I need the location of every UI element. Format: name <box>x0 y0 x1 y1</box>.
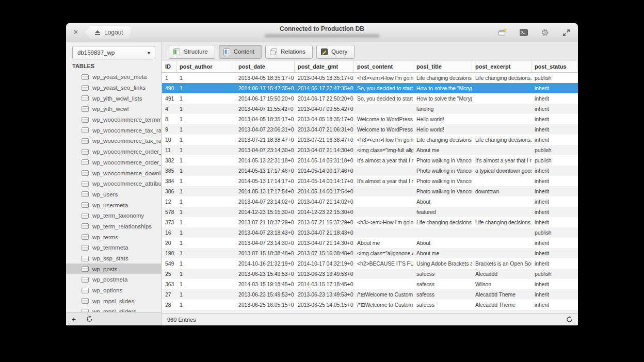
reload-tables-button[interactable] <box>82 312 97 325</box>
cell-post_content <box>354 207 413 217</box>
close-window-button[interactable]: × <box>71 27 81 37</box>
table-row[interactable]: 2012013-04-07 23:14:30+02013-04-07 21:14… <box>162 238 578 248</box>
sidebar-item-wp_woocommerce_order_items[interactable]: wp_woocommerce_order_items <box>66 146 161 157</box>
sidebar-item-wp_usermeta[interactable]: wp_usermeta <box>66 200 161 210</box>
cell-post_content: <h3><em>How I'm going <box>354 73 413 83</box>
settings-gear-icon[interactable] <box>540 28 550 37</box>
sidebar-item-wp_woocommerce_order_itemm...[interactable]: wp_woocommerce_order_itemm... <box>66 157 161 168</box>
cell-post_date_gmt: 2014-05-14 00:17:54+0 <box>295 186 354 196</box>
sidebar-item-wp_yith_wcwl[interactable]: wp_yith_wcwl <box>66 104 161 114</box>
cell-post_date_gmt: 2014-06-17 22:47:35+0 <box>295 83 354 93</box>
table-row[interactable]: 38412014-05-13 17:14:17+02014-05-14 00:1… <box>162 176 578 186</box>
table-row[interactable]: 49012014-06-17 15:47:35+02014-06-17 22:4… <box>162 83 578 93</box>
table-row[interactable]: 54912014-10-16 21:32:19+02014-10-17 04:3… <box>162 258 578 269</box>
tab-label: Structure <box>184 48 208 55</box>
column-header-ID[interactable]: ID <box>162 61 176 72</box>
tab-query[interactable]: Query <box>316 45 355 59</box>
cell-post_excerpt <box>472 114 532 124</box>
table-row[interactable]: 38612014-05-13 17:17:54+02014-05-14 00:1… <box>162 186 578 196</box>
cell-post_date: 2013-04-07 23:06:31+0 <box>235 124 295 135</box>
cell-post_date: 2014-10-16 21:32:19+0 <box>235 258 295 269</box>
sidebar-item-wp_users[interactable]: wp_users <box>66 189 161 200</box>
table-row[interactable]: 2812013-06-25 16:05:15+02013-06-25 14:05… <box>162 300 578 310</box>
sidebar-item-wp_term_taxonomy[interactable]: wp_term_taxonomy <box>66 210 161 221</box>
table-row[interactable]: 37312013-07-21 18:37:29+02013-07-21 16:3… <box>162 217 578 227</box>
cell-post_content: <img class="img-full align <box>354 145 413 155</box>
table-row[interactable]: 112013-04-05 18:35:17+02013-04-05 18:35:… <box>162 73 578 83</box>
table-row[interactable]: 1012013-07-21 18:38:47+02013-07-21 16:38… <box>162 135 578 145</box>
column-header-post_status[interactable]: post_status <box>532 61 578 72</box>
sidebar-item-wp_woocommerce_termmeta[interactable]: wp_woocommerce_termmeta <box>66 114 161 125</box>
table-row[interactable]: 812013-04-05 18:35:17+02013-04-05 18:35:… <box>162 114 578 124</box>
cell-post_date_gmt: 2013-04-07 21:14:30+0 <box>295 238 354 248</box>
sidebar-item-wp_yith_wcwl_lists[interactable]: wp_yith_wcwl_lists <box>66 93 161 104</box>
sidebar-item-wp_term_relationships[interactable]: wp_term_relationships <box>66 221 161 232</box>
sidebar-item-wp_woocommerce_attribute_tax...[interactable]: wp_woocommerce_attribute_tax... <box>66 178 161 189</box>
column-header-post_date_gmt[interactable]: post_date_gmt <box>295 61 354 72</box>
fullscreen-icon[interactable] <box>561 28 571 37</box>
cell-post_excerpt: Alecaddd <box>472 269 532 279</box>
column-header-post_excerpt[interactable]: post_excerpt <box>472 61 532 72</box>
add-table-button[interactable]: + <box>66 312 82 325</box>
column-header-post_date[interactable]: post_date <box>235 61 295 72</box>
cell-post_author: 1 <box>176 196 235 207</box>
cell-post_excerpt: Life changing decisions. H <box>472 135 532 145</box>
tables-section-label: TABLES <box>72 63 94 69</box>
sidebar-item-wp_mpsl_slides[interactable]: wp_mpsl_slides <box>66 295 161 306</box>
sidebar-item-wp_woocommerce_tax_rate_loca...[interactable]: wp_woocommerce_tax_rate_loca... <box>66 125 161 136</box>
database-selector[interactable]: db159837_wp ▾ <box>72 46 155 59</box>
sidebar-item-wp_termmeta[interactable]: wp_termmeta <box>66 242 161 253</box>
sidebar-item-wp_terms[interactable]: wp_terms <box>66 232 161 242</box>
table-name-label: wp_posts <box>92 266 118 272</box>
table-row[interactable]: 1612013-04-07 23:18:43+02013-04-07 21:18… <box>162 227 578 238</box>
cell-post_title: About me <box>413 248 472 258</box>
table-row[interactable]: 912013-04-07 23:06:31+02013-04-07 21:06:… <box>162 124 578 135</box>
table-row[interactable]: 412013-04-07 11:55:42+02013-04-07 09:55:… <box>162 104 578 114</box>
table-row[interactable]: 1212013-04-07 23:14:02+02013-04-07 21:14… <box>162 196 578 207</box>
cell-post_date: 2014-05-13 17:17:46+0 <box>235 166 295 176</box>
sidebar-item-wp_options[interactable]: wp_options <box>66 285 161 296</box>
column-header-post_title[interactable]: post_title <box>413 61 472 72</box>
table-row[interactable]: 1112013-04-07 23:14:30+02013-04-07 21:14… <box>162 145 578 155</box>
table-row[interactable]: 57812014-12-23 15:15:30+02014-12-23 22:1… <box>162 207 578 217</box>
table-row[interactable]: 19012013-07-15 18:38:48+02013-07-15 16:3… <box>162 248 578 258</box>
column-header-post_content[interactable]: post_content <box>354 61 413 72</box>
cell-post_author: 1 <box>176 124 235 135</box>
database-name: db159837_wp <box>77 50 115 56</box>
table-name-label: wp_options <box>92 287 122 293</box>
sidebar-item-wp_posts[interactable]: wp_posts <box>66 264 161 274</box>
table-row[interactable]: 2512013-06-23 15:49:53+02013-06-23 13:49… <box>162 269 578 279</box>
sidebar-item-wp_ssp_stats[interactable]: wp_ssp_stats <box>66 253 161 264</box>
cell-ID: 382 <box>162 155 176 166</box>
terminal-icon[interactable] <box>519 28 528 37</box>
tab-relations[interactable]: Relations <box>265 45 313 59</box>
cell-post_title: Life changing decisions <box>413 135 472 145</box>
cell-ID: 578 <box>162 207 176 217</box>
logout-label: Logout <box>104 29 123 36</box>
cell-post_status: inherit <box>532 238 578 248</box>
cell-ID: 20 <box>162 238 176 248</box>
sidebar-item-wp_woocommerce_tax_rates[interactable]: wp_woocommerce_tax_rates <box>66 136 161 146</box>
sidebar-item-wp_yoast_seo_links[interactable]: wp_yoast_seo_links <box>66 83 161 93</box>
table-row[interactable]: 2712013-06-23 15:49:53+02013-06-23 13:49… <box>162 289 578 300</box>
column-header-post_author[interactable]: post_author <box>176 61 235 72</box>
table-row[interactable]: 36312014-03-15 19:18:45+02014-03-15 17:1… <box>162 279 578 289</box>
cell-post_status: inherit <box>532 300 578 310</box>
table-icon <box>82 223 89 229</box>
new-connection-icon[interactable] <box>498 28 507 37</box>
reload-grid-button[interactable] <box>566 316 573 323</box>
table-row[interactable]: 38212014-05-13 22:31:18+02014-05-14 05:3… <box>162 155 578 166</box>
table-row[interactable]: 49112014-06-17 15:50:20+02014-06-17 22:5… <box>162 93 578 104</box>
sidebar-item-wp_woocommerce_downloadabl...[interactable]: wp_woocommerce_downloadabl... <box>66 168 161 178</box>
cell-post_author: 1 <box>176 227 235 238</box>
cell-ID: 25 <box>162 269 176 279</box>
sidebar-item-wp_postmeta[interactable]: wp_postmeta <box>66 274 161 285</box>
tab-structure[interactable]: Structure <box>169 45 215 59</box>
table-row[interactable]: 38512014-05-13 17:17:46+02014-05-14 00:1… <box>162 166 578 176</box>
tab-content[interactable]: Content <box>219 45 262 59</box>
logout-button[interactable]: Logout <box>85 26 131 39</box>
structure-icon <box>173 48 180 55</box>
sidebar-item-wp_yoast_seo_meta[interactable]: wp_yoast_seo_meta <box>66 72 161 83</box>
cell-post_content: About me <box>354 238 413 248</box>
cell-post_title: Using Adobe Brackets as <box>413 258 472 269</box>
